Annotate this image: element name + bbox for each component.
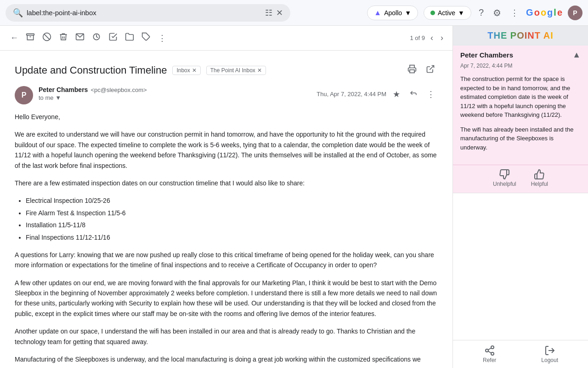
point-ai-title: THE POINT AI — [487, 30, 553, 41]
body-para1: We are excited to understand we will hav… — [15, 129, 438, 171]
active-button[interactable]: Active ▼ — [424, 6, 471, 20]
prev-email-button[interactable]: ‹ — [429, 31, 435, 45]
email-date: Thu, Apr 7, 2022, 4:44 PM — [317, 91, 386, 98]
inbox-tag-close[interactable]: ✕ — [192, 67, 197, 74]
main-area: ← ⋮ — [0, 26, 588, 368]
spam-button[interactable] — [40, 29, 54, 46]
settings-button[interactable]: ⚙ — [491, 6, 503, 20]
search-input[interactable] — [27, 9, 261, 17]
helpful-button[interactable]: Helpful — [531, 169, 548, 187]
logout-label: Logout — [541, 357, 558, 363]
active-label: Active — [438, 9, 455, 17]
point-ai-tag-close[interactable]: ✕ — [257, 67, 262, 74]
email-header: P Peter Chambers <pc@sleepbox.com> to me… — [15, 86, 438, 104]
help-button[interactable]: ? — [477, 6, 486, 20]
task-button[interactable] — [106, 29, 120, 46]
sender-avatar: P — [15, 86, 33, 104]
svg-rect-7 — [410, 70, 414, 73]
refer-icon — [484, 345, 495, 356]
summary-date: Apr 7, 2022, 4:44 PM — [460, 63, 512, 69]
user-avatar[interactable]: P — [568, 6, 582, 20]
body-para3: A questions for Larry: knowing that we a… — [15, 250, 438, 270]
right-panel: THE POINT AI Peter Chambers ▲ Apr 7, 202… — [452, 26, 588, 368]
archive-button[interactable] — [23, 29, 38, 46]
svg-point-9 — [491, 346, 494, 349]
body-greeting: Hello Everyone, — [15, 112, 438, 122]
search-bar: 🔍 ☷ ✕ — [6, 4, 290, 22]
email-more-button[interactable]: ⋮ — [424, 86, 438, 102]
header-actions: Thu, Apr 7, 2022, 4:44 PM ★ ⋮ — [317, 86, 438, 102]
pagination: 1 of 9 ‹ › — [410, 31, 445, 45]
search-icon: 🔍 — [13, 8, 23, 18]
logout-button[interactable]: Logout — [541, 345, 558, 363]
sender-name: Peter Chambers — [39, 86, 88, 93]
body-para4: A few other updates on our end, we are m… — [15, 278, 438, 319]
pagination-text: 1 of 9 — [410, 34, 425, 41]
point-ai-label-tag[interactable]: The Point AI Inbox ✕ — [206, 66, 266, 75]
svg-rect-0 — [27, 34, 34, 35]
mark-unread-button[interactable] — [73, 29, 87, 46]
list-item: Fire Alarm Test & Inspection 11/5-6 — [26, 208, 438, 218]
email-panel: ← ⋮ — [0, 26, 452, 368]
star-button[interactable]: ★ — [390, 86, 403, 102]
email-toolbar: ← ⋮ — [0, 26, 452, 51]
print-button[interactable] — [405, 62, 419, 79]
svg-point-10 — [486, 349, 488, 352]
apollo-button[interactable]: ▲ Apollo ▼ — [367, 6, 418, 20]
inspection-list: Electrical Inspection 10/25-26 Fire Alar… — [26, 196, 438, 242]
move-button[interactable] — [122, 29, 137, 46]
svg-line-13 — [488, 348, 491, 350]
close-icon[interactable]: ✕ — [276, 8, 283, 18]
email-subject-row: Update and Construction Timeline Inbox ✕… — [15, 62, 438, 79]
more-actions-button[interactable]: ⋮ — [155, 30, 169, 46]
list-item: Final Inspections 11/12-11/16 — [26, 232, 438, 242]
svg-point-11 — [491, 352, 494, 355]
helpful-label: Helpful — [531, 181, 548, 187]
apollo-label: Apollo — [384, 9, 402, 17]
top-bar-right: ▲ Apollo ▼ Active ▼ ? ⚙ ⋮ Google P — [367, 6, 582, 20]
apollo-dropdown-icon: ▼ — [405, 9, 411, 17]
summary-actions: Unhelpful Helpful — [453, 165, 588, 193]
inbox-label-tag[interactable]: Inbox ✕ — [172, 66, 200, 75]
unhelpful-button[interactable]: Unhelpful — [493, 169, 516, 187]
summary-text: The construction permit for the space is… — [453, 71, 588, 165]
refer-label: Refer — [483, 357, 496, 363]
apollo-icon: ▲ — [374, 9, 381, 17]
list-item: Installation 11/5-11/8 — [26, 220, 438, 230]
svg-line-12 — [488, 351, 491, 353]
body-para2: There are a few estimated inspection dat… — [15, 178, 438, 188]
summary-para2: The wifi has already been installed and … — [460, 125, 581, 152]
panel-spacer — [453, 193, 588, 340]
summary-sender-name: Peter Chambers — [460, 51, 513, 59]
next-email-button[interactable]: › — [439, 31, 445, 45]
summary-collapse-button[interactable]: ▲ — [572, 50, 581, 60]
reply-button[interactable] — [407, 86, 420, 102]
label-button[interactable] — [139, 29, 153, 46]
apps-button[interactable]: ⋮ — [509, 6, 520, 20]
email-subject: Update and Construction Timeline — [15, 64, 167, 76]
active-status-dot — [430, 11, 435, 15]
to-dropdown-icon[interactable]: ▼ — [55, 94, 61, 101]
filter-icon[interactable]: ☷ — [265, 8, 272, 18]
summary-card: Peter Chambers ▲ Apr 7, 2022, 4:44 PM Th… — [453, 46, 588, 193]
bottom-actions: Refer Logout — [453, 340, 588, 368]
open-external-button[interactable] — [423, 62, 438, 79]
back-button[interactable]: ← — [7, 30, 21, 46]
body-para5: Another update on our space, I understan… — [15, 326, 438, 347]
svg-line-8 — [430, 66, 434, 70]
to-me: to me ▼ — [39, 94, 317, 101]
top-bar: 🔍 ☷ ✕ ▲ Apollo ▼ Active ▼ ? ⚙ ⋮ Google P — [0, 0, 588, 26]
google-logo: Google — [526, 7, 562, 18]
sender-email: <pc@sleepbox.com> — [90, 86, 147, 93]
thumbs-up-icon — [534, 169, 545, 180]
delete-button[interactable] — [56, 29, 71, 46]
snooze-button[interactable] — [89, 29, 104, 46]
active-dropdown-icon: ▼ — [458, 9, 464, 17]
email-content: Update and Construction Timeline Inbox ✕… — [0, 51, 452, 368]
refer-button[interactable]: Refer — [483, 345, 496, 363]
unhelpful-label: Unhelpful — [493, 181, 516, 187]
email-body: Hello Everyone, We are excited to unders… — [15, 112, 438, 368]
sender-info: Peter Chambers <pc@sleepbox.com> to me ▼ — [39, 86, 317, 101]
summary-sender-row: Peter Chambers ▲ — [453, 46, 588, 62]
body-para6: Manufacturing of the Sleepboxes is under… — [15, 354, 438, 364]
